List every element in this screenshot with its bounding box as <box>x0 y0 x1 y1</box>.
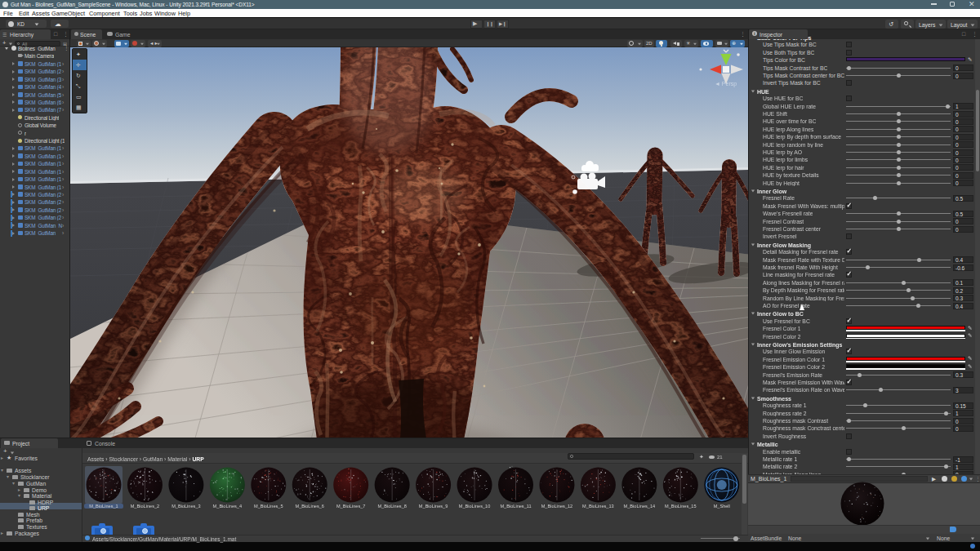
svg-text:◄ Persp: ◄ Persp <box>715 81 737 87</box>
